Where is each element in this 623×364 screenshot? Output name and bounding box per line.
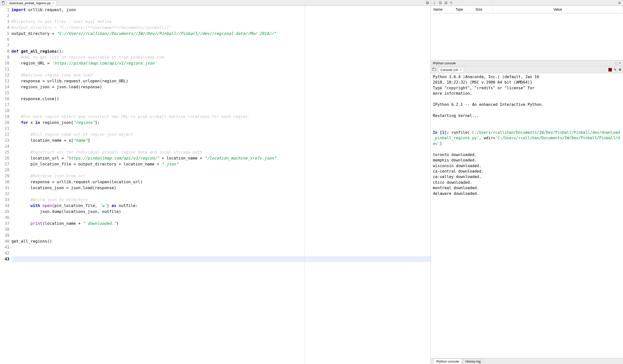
close-icon[interactable]: ✕: [52, 1, 54, 5]
console-line: [433, 96, 621, 102]
browse-icon[interactable]: [432, 67, 436, 72]
code-line[interactable]: location_url = "https://pinballmap.com/a…: [11, 155, 431, 161]
code-line[interactable]: [11, 227, 431, 232]
variable-explorer-header: Name Type Size Value: [431, 6, 623, 13]
col-type[interactable]: Type: [453, 6, 473, 13]
code-line[interactable]: #Construct url for individual pinball re…: [11, 149, 431, 155]
code-line[interactable]: get_all_regions(): [11, 238, 431, 244]
editor-tab[interactable]: download_pinball_regions.py ✕: [7, 0, 57, 5]
console-line: more information.: [433, 91, 621, 96]
console-output-line: montreal downloaded.: [433, 185, 621, 191]
col-name[interactable]: Name: [431, 6, 453, 13]
app-root: download_pinball_regions.py ✕ ⚙ 12345678…: [0, 0, 623, 364]
console-line: Type "copyright", "credits" or "license"…: [433, 85, 621, 91]
gear-icon[interactable]: ⚙: [618, 1, 621, 5]
right-pane: ⭳ 🖫 🖫 ✎ ⚙ Name Type Size Value IPython c…: [431, 0, 623, 364]
console-output-line: ca-central downloaded.: [433, 169, 621, 174]
code-line[interactable]: [11, 37, 431, 43]
edit-icon[interactable]: ✎: [614, 68, 617, 71]
code-line[interactable]: [11, 256, 431, 262]
code-line[interactable]: def get_all_regions():: [11, 48, 431, 54]
tab-history-log[interactable]: History log: [463, 359, 483, 364]
code-line[interactable]: with open(pin_location_file, 'w') as out…: [11, 203, 431, 209]
code-line[interactable]: #Retrieve region json and load: [11, 72, 431, 78]
col-value[interactable]: Value: [493, 6, 623, 13]
code-line[interactable]: [11, 244, 431, 250]
editor-pane: download_pinball_regions.py ✕ ⚙ 12345678…: [0, 0, 431, 364]
svg-rect-1: [2, 1, 4, 2]
code-line[interactable]: #Retreive json from url: [11, 173, 431, 179]
code-line[interactable]: #For each region object and construct ne…: [11, 114, 431, 120]
code-line[interactable]: [11, 90, 431, 96]
maximize-icon[interactable]: ▢: [615, 62, 617, 65]
console-line: 2018, 10:22:32) [MSC v.1900 64 bit (AMD6…: [433, 80, 621, 85]
code-line[interactable]: json.dump(locations_json, outfile): [11, 209, 431, 215]
console-output-line: ca-valley downloaded.: [433, 174, 621, 180]
console-input-line: In [1]: runfile('C:/Users/rcallihan/Docu…: [433, 130, 621, 146]
close-icon[interactable]: ✕: [619, 62, 621, 65]
console-tab[interactable]: Console 1/A ✕: [438, 67, 464, 72]
code-line[interactable]: #output_directory = "C://Users//**userna…: [11, 25, 431, 31]
gear-icon[interactable]: ⚙: [426, 0, 429, 5]
console-line: Restarting kernel...: [433, 113, 621, 118]
code-line[interactable]: for x in regions_json["regions"]:: [11, 120, 431, 126]
code-line[interactable]: [11, 232, 431, 238]
code-line[interactable]: [11, 250, 431, 256]
code-line[interactable]: locations_json = json.load(response): [11, 185, 431, 191]
file-icon: [1, 0, 6, 5]
tab-ipython-console[interactable]: IPython console: [433, 359, 462, 364]
variable-explorer-toolbar: ⭳ 🖫 🖫 ✎ ⚙: [431, 0, 623, 6]
code-line[interactable]: #URL to get list of regions available at…: [11, 54, 431, 60]
col-size[interactable]: Size: [473, 6, 493, 13]
console-output-line: delaware downloaded.: [433, 191, 621, 196]
console-pane-title-bar: IPython console ▢ ✕: [431, 60, 623, 66]
code-line[interactable]: [11, 108, 431, 114]
code-line[interactable]: [11, 66, 431, 72]
console-line: [433, 124, 621, 130]
code-line[interactable]: response = urllib.request.urlopen(locati…: [11, 179, 431, 185]
editor-tab-bar: download_pinball_regions.py ✕ ⚙: [0, 0, 431, 6]
code-line[interactable]: [11, 167, 431, 173]
code-line[interactable]: response.close(): [11, 96, 431, 102]
code-line[interactable]: regions_json = json.load(response): [11, 84, 431, 90]
code-line[interactable]: pin_location_file = output_directory + l…: [11, 161, 431, 167]
save-all-icon[interactable]: 🖫: [444, 1, 447, 5]
code-line[interactable]: [11, 191, 431, 197]
code-line[interactable]: [11, 13, 431, 19]
code-line[interactable]: output_directory = "C://Users//rcallihan…: [11, 31, 431, 37]
stop-icon[interactable]: [608, 68, 612, 71]
code-line[interactable]: #Directory to put files - user must defi…: [11, 19, 431, 25]
code-editor[interactable]: 1234567891011121314151617181920212223242…: [0, 6, 431, 364]
line-number-gutter: 1234567891011121314151617181920212223242…: [0, 6, 11, 364]
console-pane-title: IPython console: [433, 61, 456, 65]
console-output-line: chico downloaded.: [433, 180, 621, 185]
code-line[interactable]: #Pull region name out of region json obj…: [11, 132, 431, 137]
code-line[interactable]: location_name = x["name"]: [11, 137, 431, 143]
save-icon[interactable]: 🖫: [439, 1, 442, 5]
code-line[interactable]: #Write json to directory: [11, 197, 431, 203]
code-line[interactable]: response = urllib.request.urlopen(region…: [11, 78, 431, 84]
gear-icon[interactable]: ⚙: [619, 68, 622, 71]
edit-icon[interactable]: ✎: [450, 1, 453, 5]
console-output[interactable]: Python 3.6.4 |Anaconda, Inc.| (default, …: [431, 73, 623, 358]
code-body[interactable]: import urllib.request, json #Directory t…: [11, 6, 431, 364]
console-line: IPython 6.2.1 -- An enhanced Interactive…: [433, 102, 621, 107]
console-tab-label: Console 1/A: [441, 68, 458, 72]
console-output-line: memphis downloaded.: [433, 158, 621, 163]
console-tab-bar: Console 1/A ✕ ✎ ⚙: [431, 66, 623, 73]
code-line[interactable]: [11, 143, 431, 149]
import-icon[interactable]: ⭳: [433, 1, 436, 5]
code-line[interactable]: [11, 215, 431, 221]
code-line[interactable]: [11, 102, 431, 108]
code-line[interactable]: region_URL = 'https://pinballmap.com/api…: [11, 60, 431, 66]
close-icon[interactable]: ✕: [460, 68, 462, 71]
console-line: Python 3.6.4 |Anaconda, Inc.| (default, …: [433, 74, 621, 80]
editor-tab-label: download_pinball_regions.py: [9, 1, 51, 5]
code-line[interactable]: import urllib.request, json: [11, 7, 431, 13]
code-line[interactable]: [11, 126, 431, 132]
code-line[interactable]: print(location_name + " downloaded."): [11, 221, 431, 227]
code-line[interactable]: [11, 43, 431, 48]
variable-explorer-body[interactable]: [431, 13, 623, 60]
console-bottom-tabs: IPython console History log: [431, 358, 623, 364]
console-line: [433, 108, 621, 113]
